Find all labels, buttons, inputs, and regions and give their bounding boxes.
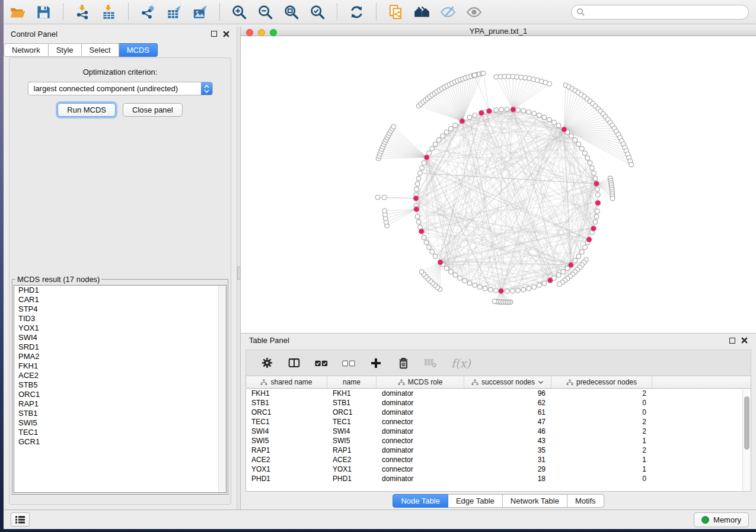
export-network-icon[interactable]	[140, 4, 156, 20]
table-cell[interactable]: dominator	[377, 389, 464, 398]
table-cell[interactable]: 1	[551, 437, 652, 445]
memory-button[interactable]: Memory	[694, 512, 749, 527]
ring-node[interactable]	[416, 220, 421, 225]
ring-node[interactable]	[448, 270, 453, 274]
leaf-node[interactable]	[382, 209, 387, 213]
table-row[interactable]: SWI5SWI5connector431	[246, 436, 751, 446]
ring-node[interactable]	[494, 108, 499, 113]
ring-node[interactable]	[510, 289, 515, 293]
ring-node[interactable]	[576, 142, 581, 146]
import-table-icon[interactable]	[101, 4, 117, 20]
leaf-node[interactable]	[382, 195, 387, 200]
mcds-hub-node[interactable]	[594, 181, 599, 186]
table-cell[interactable]: SWI5	[327, 437, 377, 445]
table-cell[interactable]: 2	[551, 427, 652, 435]
ring-node[interactable]	[458, 275, 462, 280]
export-image-icon[interactable]	[192, 4, 208, 20]
ring-node[interactable]	[453, 123, 458, 128]
ring-node[interactable]	[532, 285, 537, 290]
vertical-splitter[interactable]	[237, 27, 241, 509]
table-cell[interactable]: ACE2	[246, 456, 327, 464]
ring-node[interactable]	[436, 137, 441, 142]
mcds-result-item[interactable]: PMA2	[14, 352, 226, 361]
table-cell[interactable]: 2	[551, 418, 652, 426]
window-close-icon[interactable]	[246, 29, 253, 36]
ring-node[interactable]	[427, 245, 432, 249]
save-session-icon[interactable]	[36, 4, 52, 20]
ring-node[interactable]	[593, 220, 598, 225]
table-cell[interactable]: FKH1	[246, 389, 327, 398]
table-cell[interactable]: 0	[551, 475, 652, 483]
ring-node[interactable]	[422, 235, 426, 240]
zoom-out-icon[interactable]	[257, 4, 273, 20]
ring-node[interactable]	[595, 193, 600, 197]
first-neighbors-icon[interactable]	[414, 4, 430, 20]
table-row[interactable]: TEC1TEC1connector472	[246, 417, 751, 427]
ring-node[interactable]	[521, 108, 526, 113]
ring-node[interactable]	[556, 123, 561, 128]
mcds-hub-node[interactable]	[591, 226, 596, 231]
mcds-hub-node[interactable]	[460, 118, 465, 124]
table-cell[interactable]: 35	[464, 446, 551, 454]
mcds-result-item[interactable]: RAP1	[14, 399, 226, 409]
mcds-hub-node[interactable]	[562, 127, 567, 132]
table-cell[interactable]: YOX1	[246, 465, 327, 473]
table-cell[interactable]: dominator	[377, 399, 464, 407]
column-header-predecessor-nodes[interactable]: predecessor nodes	[551, 376, 652, 388]
ring-node[interactable]	[527, 286, 531, 291]
table-cell[interactable]: SWI4	[327, 427, 377, 435]
close-table-panel-icon[interactable]	[741, 337, 748, 344]
window-minimize-icon[interactable]	[258, 29, 265, 36]
ring-node[interactable]	[582, 151, 587, 156]
leaf-node[interactable]	[391, 124, 396, 129]
column-header-shared-name[interactable]: shared name	[246, 376, 327, 388]
ring-node[interactable]	[444, 266, 449, 271]
tab-select[interactable]: Select	[82, 43, 119, 57]
mcds-hub-node[interactable]	[414, 207, 419, 212]
ring-node[interactable]	[415, 214, 420, 219]
table-options-gear-icon[interactable]	[260, 357, 273, 370]
table-cell[interactable]: dominator	[377, 475, 464, 483]
table-row[interactable]: PHD1PHD1dominator180	[246, 474, 751, 483]
run-mcds-button[interactable]: Run MCDS	[58, 103, 116, 117]
ring-node[interactable]	[593, 176, 598, 181]
tab-network-table[interactable]: Network Table	[503, 494, 567, 508]
leaf-node[interactable]	[419, 270, 424, 274]
tab-style[interactable]: Style	[49, 43, 82, 57]
column-header-MCDS-role[interactable]: MCDS role	[377, 376, 464, 388]
mcds-result-item[interactable]: TID3	[14, 314, 226, 323]
ring-node[interactable]	[579, 146, 584, 151]
ring-node[interactable]	[418, 171, 423, 175]
ring-node[interactable]	[542, 281, 547, 286]
copy-current-style-icon[interactable]	[388, 4, 404, 20]
leaf-node[interactable]	[481, 71, 486, 76]
mcds-hub-node[interactable]	[419, 229, 424, 234]
mcds-hub-node[interactable]	[568, 262, 573, 268]
mcds-hub-node[interactable]	[479, 110, 484, 116]
tab-node-table[interactable]: Node Table	[393, 494, 448, 508]
table-cell[interactable]: ORC1	[246, 408, 327, 416]
table-cell[interactable]: ORC1	[327, 408, 377, 416]
table-scrollbar[interactable]	[742, 389, 751, 491]
table-cell[interactable]: FKH1	[327, 389, 377, 398]
table-cell[interactable]: connector	[377, 456, 464, 464]
select-all-icon[interactable]	[315, 357, 328, 370]
mcds-hub-node[interactable]	[413, 196, 419, 201]
mcds-hub-node[interactable]	[438, 259, 443, 265]
mcds-result-item[interactable]: SRD1	[14, 342, 226, 352]
leaf-node[interactable]	[629, 162, 634, 167]
table-cell[interactable]: connector	[377, 465, 464, 473]
ring-node[interactable]	[415, 181, 420, 186]
table-cell[interactable]: TEC1	[246, 418, 327, 426]
table-cell[interactable]: 43	[464, 437, 551, 445]
ring-node[interactable]	[582, 245, 587, 249]
table-cell[interactable]: 62	[464, 399, 551, 407]
leaf-node[interactable]	[610, 196, 615, 201]
table-row[interactable]: YOX1YOX1connector291	[246, 464, 751, 474]
leaf-node[interactable]	[547, 82, 552, 86]
table-cell[interactable]: dominator	[377, 408, 464, 416]
table-cell[interactable]: 1	[551, 456, 652, 464]
mcds-result-item[interactable]: SWI5	[14, 418, 226, 428]
mcds-hub-node[interactable]	[547, 278, 553, 283]
mcds-hub-node[interactable]	[486, 108, 492, 114]
